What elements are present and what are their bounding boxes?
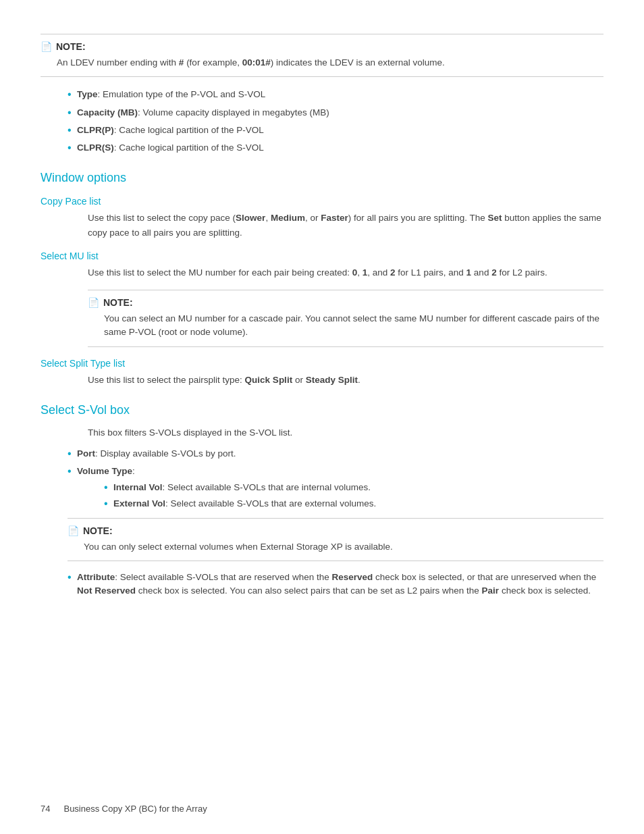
note-icon-3: 📄 — [68, 525, 79, 536]
volume-type-sub-list: Internal Vol: Select available S-VOLs th… — [97, 481, 603, 511]
note-label-1: NOTE: — [56, 41, 86, 52]
svol-intro: This box filters S-VOLs displayed in the… — [88, 425, 603, 440]
copy-pace-subheading: Copy Pace list — [41, 196, 603, 207]
note-label-2: NOTE: — [103, 297, 133, 308]
bullet-external-vol: External Vol: Select available S-VOLs th… — [104, 497, 603, 511]
copy-pace-text: Use this list to select the copy pace (S… — [88, 211, 603, 240]
top-bullet-list: Type: Emulation type of the P-VOL and S-… — [61, 88, 603, 155]
footer-text: Business Copy XP (BC) for the Array — [63, 804, 207, 814]
select-split-subheading: Select Split Type list — [41, 358, 603, 369]
note-icon-2: 📄 — [88, 297, 99, 308]
note-box-3: 📄 NOTE: You can only select external vol… — [68, 518, 603, 561]
page: 📄 NOTE: An LDEV number ending with # (fo… — [0, 0, 644, 834]
note-header-2: 📄 NOTE: — [88, 297, 603, 308]
bullet-clprp: CLPR(P): Cache logical partition of the … — [68, 124, 603, 137]
select-split-text: Use this list to select the pairsplit ty… — [88, 373, 603, 388]
select-svol-heading: Select S-Vol box — [41, 403, 603, 417]
bullet-capacity: Capacity (MB): Volume capacity displayed… — [68, 106, 603, 120]
select-mu-subheading: Select MU list — [41, 251, 603, 261]
bullet-clprs: CLPR(S): Cache logical partition of the … — [68, 141, 603, 155]
bullet-type: Type: Emulation type of the P-VOL and S-… — [68, 88, 603, 101]
note-header-1: 📄 NOTE: — [41, 41, 603, 52]
bullet-internal-vol: Internal Vol: Select available S-VOLs th… — [104, 481, 603, 494]
bullet-attribute: Attribute: Select available S-VOLs that … — [68, 571, 603, 598]
note-box-2: 📄 NOTE: You can select an MU number for … — [88, 290, 603, 347]
note-header-3: 📄 NOTE: — [68, 525, 603, 536]
footer: 74 Business Copy XP (BC) for the Array — [41, 804, 603, 814]
select-mu-text: Use this list to select the MU number fo… — [88, 265, 603, 280]
footer-page-number: 74 — [41, 804, 50, 814]
bullet-volume-type: Volume Type: Internal Vol: Select availa… — [68, 465, 603, 511]
svol-bullet-list: Port: Display available S-VOLs by port. … — [61, 447, 603, 511]
window-options-heading: Window options — [41, 171, 603, 185]
note-box-1: 📄 NOTE: An LDEV number ending with # (fo… — [41, 34, 603, 77]
note-text-2: You can select an MU number for a cascad… — [88, 312, 603, 340]
note-label-3: NOTE: — [83, 525, 113, 536]
note-icon-1: 📄 — [41, 41, 52, 52]
note-text-1: An LDEV number ending with # (for exampl… — [41, 56, 603, 70]
note-text-3: You can only select external volumes whe… — [68, 540, 603, 554]
bullet-port: Port: Display available S-VOLs by port. — [68, 447, 603, 461]
attribute-bullet-list: Attribute: Select available S-VOLs that … — [61, 571, 603, 598]
